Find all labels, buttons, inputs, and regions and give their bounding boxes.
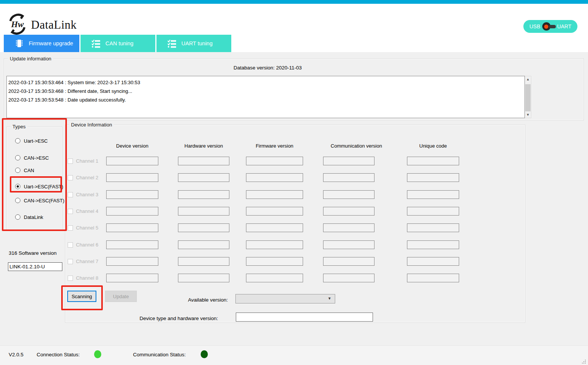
update-log[interactable]: 2022-03-17 15:30:53:464 : System time: 2… xyxy=(6,76,525,118)
channel-4-checkbox[interactable] xyxy=(68,209,73,214)
chip-icon xyxy=(14,39,24,48)
available-version-select[interactable]: ▼ xyxy=(235,294,335,303)
column-header-communication-version: Communication version xyxy=(323,143,390,149)
channel-5-device-version-input[interactable] xyxy=(106,223,158,232)
connection-status-label: Connection Status: xyxy=(37,352,80,357)
database-version-text: Database version: 2020-11-03 xyxy=(234,65,302,71)
channel-5-firmware-version-input[interactable] xyxy=(246,223,303,232)
checklist-icon xyxy=(91,39,101,48)
toggle-usb-label: USB xyxy=(529,23,540,29)
radio-icon xyxy=(15,155,20,160)
radio-can-esc-fast[interactable]: CAN->ESC(FAST) xyxy=(15,197,64,204)
channel-6-unique-code-input[interactable] xyxy=(407,240,459,249)
channel-6-communication-version-input[interactable] xyxy=(323,240,374,249)
channel-label: Channel 1 xyxy=(76,158,98,164)
column-header-firmware-version: Firmware version xyxy=(246,143,303,149)
channel-5-unique-code-input[interactable] xyxy=(407,223,459,232)
channel-6-firmware-version-input[interactable] xyxy=(246,240,303,249)
channel-5-checkbox[interactable] xyxy=(68,225,73,231)
scrollbar-thumb[interactable] xyxy=(525,84,531,111)
channel-label: Channel 5 xyxy=(76,225,98,231)
channel-8-device-version-input[interactable] xyxy=(106,274,158,282)
tab-uart-tuning[interactable]: UART tuning xyxy=(156,35,231,52)
channel-2-device-version-input[interactable] xyxy=(106,173,158,182)
channel-4-firmware-version-input[interactable] xyxy=(246,207,303,216)
channel-1-unique-code-input[interactable] xyxy=(407,157,459,165)
group-label: Types xyxy=(11,124,28,129)
channel-label: Channel 7 xyxy=(76,259,98,264)
app-header: Hw DataLink USB UART xyxy=(0,4,588,35)
channel-1-communication-version-input[interactable] xyxy=(323,157,374,165)
app-logo-icon: Hw xyxy=(7,14,28,35)
toggle-knob-tail xyxy=(549,25,556,28)
scanning-button[interactable]: Scanning xyxy=(67,291,96,302)
radio-uart-esc-fast[interactable]: Uart->ESC(FAST) xyxy=(15,183,63,190)
channel-7-hardware-version-input[interactable] xyxy=(178,257,229,266)
channel-8-communication-version-input[interactable] xyxy=(323,274,374,282)
channel-7-firmware-version-input[interactable] xyxy=(246,257,303,266)
channel-1-checkbox[interactable] xyxy=(68,159,73,164)
channel-3-hardware-version-input[interactable] xyxy=(178,190,229,199)
channel-4-communication-version-input[interactable] xyxy=(323,207,374,216)
channel-4-unique-code-input[interactable] xyxy=(407,207,459,216)
app-title: DataLink xyxy=(31,18,77,32)
tab-can-tuning[interactable]: CAN tuning xyxy=(80,35,155,52)
channel-7-checkbox[interactable] xyxy=(68,259,73,264)
channel-2-firmware-version-input[interactable] xyxy=(246,173,303,182)
channel-7-unique-code-input[interactable] xyxy=(407,257,459,266)
channel-1-firmware-version-input[interactable] xyxy=(246,157,303,165)
toggle-uart-label: UART xyxy=(557,23,571,29)
log-scrollbar[interactable]: ▲ ▼ xyxy=(525,76,531,118)
scrollbar-up-icon[interactable]: ▲ xyxy=(525,76,531,82)
channel-3-communication-version-input[interactable] xyxy=(323,190,374,199)
channel-4-device-version-input[interactable] xyxy=(106,207,158,216)
device-type-input[interactable] xyxy=(236,313,373,322)
device-type-label: Device type and hardware version: xyxy=(122,316,218,321)
tab-firmware-upgrade[interactable]: Firmware upgrade xyxy=(4,35,79,52)
channel-6-device-version-input[interactable] xyxy=(106,240,158,249)
channel-3-firmware-version-input[interactable] xyxy=(246,190,303,199)
channel-5-communication-version-input[interactable] xyxy=(323,223,374,232)
channel-8-checkbox[interactable] xyxy=(68,276,73,281)
channel-6-checkbox[interactable] xyxy=(68,242,73,248)
log-line: 2022-03-17 15:30:53:548 : Date updated s… xyxy=(8,95,523,104)
radio-can-esc[interactable]: CAN->ESC xyxy=(15,154,49,162)
channel-row: Channel 2 xyxy=(65,173,525,182)
channel-8-hardware-version-input[interactable] xyxy=(178,274,229,282)
channel-2-communication-version-input[interactable] xyxy=(323,173,374,182)
channel-7-device-version-input[interactable] xyxy=(106,257,158,266)
main-content: Update information Database version: 202… xyxy=(0,52,588,365)
channel-5-hardware-version-input[interactable] xyxy=(178,223,229,232)
channel-7-communication-version-input[interactable] xyxy=(323,257,374,266)
channel-3-device-version-input[interactable] xyxy=(106,190,158,199)
channel-1-device-version-input[interactable] xyxy=(106,157,158,165)
radio-icon xyxy=(15,214,20,220)
channel-2-unique-code-input[interactable] xyxy=(407,173,459,182)
resize-grip[interactable] xyxy=(581,359,586,363)
channel-2-checkbox[interactable] xyxy=(68,175,73,180)
channel-2-hardware-version-input[interactable] xyxy=(178,173,229,182)
column-header-device-version: Device version xyxy=(106,143,158,149)
radio-uart-esc[interactable]: Uart->ESC xyxy=(15,137,48,145)
channel-row: Channel 5 xyxy=(65,223,525,233)
radio-datalink[interactable]: DataLink xyxy=(15,213,43,221)
software-version-input[interactable] xyxy=(8,262,62,271)
window-top-accent xyxy=(0,0,588,4)
update-button[interactable]: Update xyxy=(105,291,137,302)
channel-8-unique-code-input[interactable] xyxy=(407,274,459,282)
usb-uart-toggle[interactable]: USB UART xyxy=(523,20,577,33)
status-bar: V2.0.5 Connection Status: Communication … xyxy=(0,345,588,365)
channel-3-unique-code-input[interactable] xyxy=(407,190,459,199)
available-version-label: Available version: xyxy=(160,297,228,303)
channel-6-hardware-version-input[interactable] xyxy=(178,240,229,249)
tab-label: CAN tuning xyxy=(105,40,133,46)
channel-label: Channel 4 xyxy=(76,208,98,214)
channel-1-hardware-version-input[interactable] xyxy=(178,157,229,165)
channel-8-firmware-version-input[interactable] xyxy=(246,274,303,282)
channel-row: Channel 4 xyxy=(65,207,525,216)
channel-3-checkbox[interactable] xyxy=(68,192,73,197)
scrollbar-down-icon[interactable]: ▼ xyxy=(525,112,531,118)
channel-4-hardware-version-input[interactable] xyxy=(178,207,229,216)
radio-can[interactable]: CAN xyxy=(15,166,34,174)
radio-label: CAN->ESC xyxy=(24,155,49,161)
